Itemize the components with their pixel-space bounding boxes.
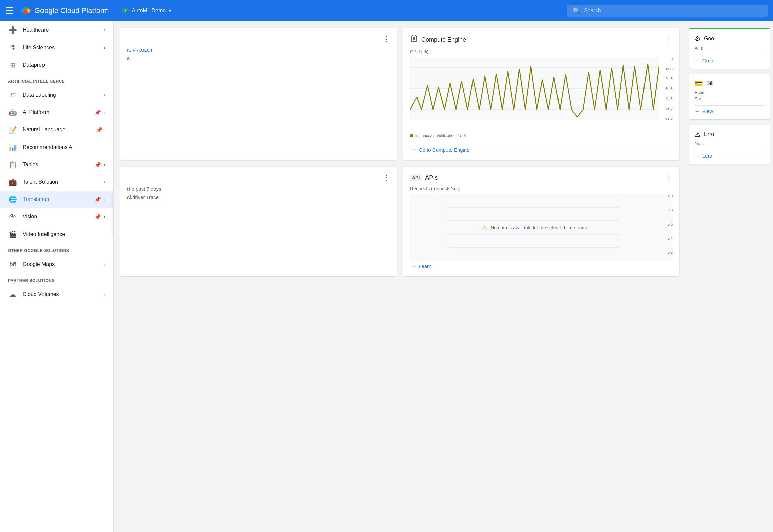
search-bar[interactable]: 🔍: [567, 5, 768, 17]
project-name: AutoML Demo: [132, 8, 166, 14]
sidebar-item-label: Talent Solution: [23, 179, 104, 185]
chevron-right-icon: ›: [104, 291, 105, 297]
chevron-right-icon: ›: [104, 45, 105, 51]
partner-section-label: PARTNER SOLUTIONS: [0, 273, 113, 286]
chevron-right-icon: ›: [104, 162, 105, 168]
sidebar-item-translation[interactable]: 🌐 Translation 📌 ›: [0, 191, 113, 208]
go-to-compute-engine-link[interactable]: → Go to Compute Engine: [410, 142, 673, 153]
chart-y-labels: 6e-3 5e-3 4e-3 3e-3 2e-3 1e-3 0: [659, 57, 673, 120]
cpu-chart-svg: [410, 57, 659, 120]
sidebar-item-life-sciences[interactable]: ⚗ Life Sciences ›: [0, 39, 113, 56]
card-menu-icon[interactable]: ⋮: [382, 173, 390, 182]
sidebar-item-recommendations-ai[interactable]: 📊 Recommendations AI: [0, 139, 113, 156]
right-card-goo-subtitle: All s: [695, 46, 764, 51]
arrow-right-icon: →: [410, 146, 416, 153]
past7days-content: the past 7 days: [127, 186, 390, 192]
translation-icon: 🌐: [8, 195, 17, 204]
other-section-label: OTHER GOOGLE SOLUTIONS: [0, 243, 113, 256]
right-card-billing-title: Billi: [706, 80, 715, 86]
ai-platform-icon: 🤖: [8, 108, 17, 117]
arrow-icon: →: [695, 153, 700, 159]
menu-icon[interactable]: ☰: [5, 5, 14, 16]
apis-chart: ⚠ No data is available for the selected …: [410, 194, 673, 261]
apis-chart-container: ⚠ No data is available for the selected …: [410, 194, 673, 254]
sidebar-item-google-maps[interactable]: 🗺 Google Maps ›: [0, 256, 113, 273]
sidebar-item-healthcare[interactable]: ➕ Healthcare ›: [0, 21, 113, 39]
chevron-right-icon: ›: [104, 92, 105, 98]
sidebar-item-vision[interactable]: 👁 Vision 📌 ›: [0, 208, 113, 226]
compute-engine-card: Compute Engine ⋮ CPU (%): [403, 28, 679, 160]
sidebar-item-label: Natural Language: [23, 127, 96, 133]
project-card: ⋮ IS PROJECT s: [120, 28, 397, 160]
ai-section-label: ARTIFICIAL INTELLIGENCE: [0, 74, 113, 86]
card-menu-icon[interactable]: ⋮: [382, 35, 390, 43]
sidebar-item-tables[interactable]: 📋 Tables 📌 ›: [0, 156, 113, 173]
right-card-billing: 💳 Billi Estim For t → View: [689, 74, 770, 119]
chevron-right-icon: ›: [104, 196, 105, 202]
sidebar-item-label: Cloud Volumes: [23, 291, 104, 297]
sidebar-item-cloud-volumes[interactable]: ☁ Cloud Volumes ›: [0, 286, 113, 303]
right-card-error-title: Erro: [704, 131, 714, 137]
arrow-right-icon: →: [410, 263, 416, 270]
card-menu-icon[interactable]: ⋮: [665, 35, 673, 44]
pin-icon: 📌: [94, 109, 101, 116]
chevron-right-icon: ›: [104, 109, 105, 115]
google-maps-icon: 🗺: [8, 260, 17, 269]
apis-y-labels: 0.2 0.4 0.6 0.8 1.0: [661, 194, 673, 254]
search-input[interactable]: [584, 8, 762, 14]
sidebar-item-dataprep[interactable]: ⊞ Dataprep: [0, 56, 113, 74]
cpu-chart-area: [410, 57, 659, 120]
sidebar-item-label: Data Labeling: [23, 92, 104, 98]
svg-point-3: [24, 10, 28, 14]
past7days-card: ⋮ the past 7 days ckdriver Trace: [120, 167, 397, 276]
view-label: View: [702, 108, 713, 114]
sidebar-item-ai-platform[interactable]: 🤖 AI Platform 📌 ›: [0, 104, 113, 121]
sidebar-item-label: Video Intelligence: [23, 231, 105, 237]
cpu-chart-container: 6e-3 5e-3 4e-3 3e-3 2e-3 1e-3 0 3:15 3:3…: [410, 57, 673, 130]
chevron-right-icon: ›: [104, 214, 105, 220]
cloud-logo-icon: [20, 5, 31, 16]
project-selector[interactable]: AutoML Demo ▼: [122, 7, 173, 14]
no-data-text: No data is available for the selected ti…: [491, 225, 590, 230]
sidebar-item-label: AI Platform: [23, 109, 94, 115]
sidebar-item-natural-language[interactable]: 📝 Natural Language 📌: [0, 121, 113, 139]
cloud-volumes-icon: ☁: [8, 290, 17, 299]
legend-dot: [410, 134, 413, 137]
right-card-goo-title: Goo: [704, 36, 714, 42]
data-labeling-icon: 🏷: [8, 90, 17, 100]
sidebar-item-label: Dataprep: [23, 62, 105, 68]
apis-card-title: APIs: [425, 174, 438, 181]
right-card-error: ⚠ Erro No s → Lear: [689, 125, 770, 164]
right-card-goo-icon: ⚙: [695, 35, 701, 43]
talent-solution-icon: 💼: [8, 177, 17, 187]
right-card-error-link[interactable]: → Lear: [695, 150, 764, 159]
go-to-label: Go to: [702, 58, 715, 63]
right-card-error-subtitle: No s: [695, 141, 764, 146]
sidebar-item-talent-solution[interactable]: 💼 Talent Solution ›: [0, 173, 113, 191]
tables-icon: 📋: [8, 160, 17, 169]
legend-text: instance/cpu/utilization: 1e-3: [415, 133, 466, 138]
main-content: ⋮ IS PROJECT s: [114, 21, 686, 283]
chevron-right-icon: ›: [104, 261, 105, 267]
recommendations-ai-icon: 📊: [8, 143, 17, 152]
vision-icon: 👁: [8, 212, 17, 221]
sidebar-item-label: Life Sciences: [23, 45, 104, 51]
link-label: Learn: [419, 263, 431, 269]
card-menu-icon[interactable]: ⋮: [665, 173, 673, 182]
pin-icon: 📌: [96, 127, 103, 133]
right-card-goo: ⚙ Goo All s → Go to: [689, 28, 770, 69]
sidebar-item-video-intelligence[interactable]: 🎬 Video Intelligence: [0, 226, 113, 243]
right-card-billing-subtitle1: Estim: [695, 90, 764, 95]
header-logo: Google Cloud Platform: [20, 5, 109, 16]
sidebar-item-label: Healthcare: [23, 27, 104, 33]
compute-engine-title: Compute Engine: [421, 36, 466, 43]
sidebar-item-data-labeling[interactable]: 🏷 Data Labeling ›: [0, 86, 113, 104]
sidebar-item-label: Tables: [23, 162, 94, 168]
pin-icon: 📌: [94, 196, 101, 203]
right-card-goo-link[interactable]: → Go to: [695, 55, 764, 63]
right-panel: ⚙ Goo All s → Go to 💳 Billi Estim For t …: [686, 21, 773, 532]
right-card-billing-link[interactable]: → View: [695, 105, 764, 114]
video-intelligence-icon: 🎬: [8, 230, 17, 239]
right-card-billing-icon: 💳: [695, 79, 703, 87]
pin-icon: 📌: [94, 214, 101, 220]
